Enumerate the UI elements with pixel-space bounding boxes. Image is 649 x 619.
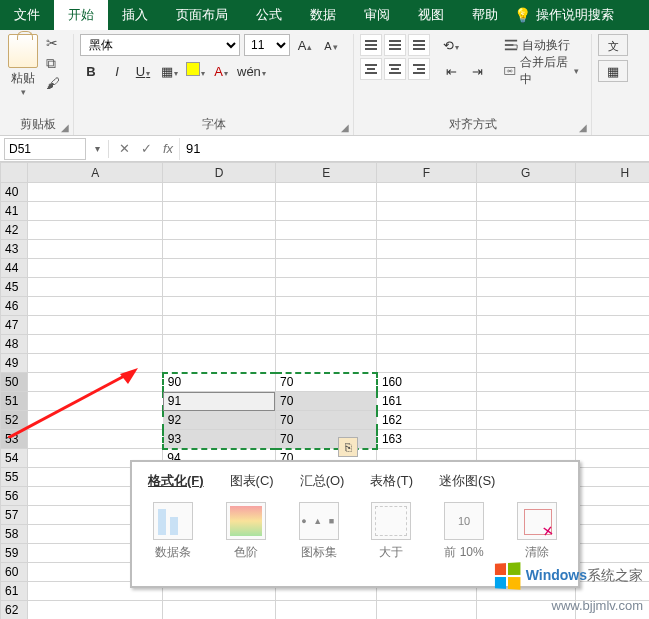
cancel-formula-icon[interactable]: ✕ bbox=[113, 141, 135, 156]
name-box[interactable] bbox=[4, 138, 86, 160]
column-header-A[interactable]: A bbox=[28, 163, 163, 183]
spreadsheet-grid[interactable]: ADEFGHI404142434445464748495090701605191… bbox=[0, 162, 649, 619]
cell-A46[interactable] bbox=[28, 297, 163, 316]
cell-E45[interactable] bbox=[275, 278, 376, 297]
cell-E42[interactable] bbox=[275, 221, 376, 240]
copy-icon[interactable]: ⧉ bbox=[46, 56, 60, 70]
increase-indent-icon[interactable]: ⇥ bbox=[466, 60, 488, 82]
cell-E47[interactable] bbox=[275, 316, 376, 335]
cell-E49[interactable] bbox=[275, 354, 376, 373]
cell-H43[interactable] bbox=[575, 240, 649, 259]
row-header-58[interactable]: 58 bbox=[1, 525, 28, 544]
cell-A52[interactable] bbox=[28, 411, 163, 430]
cell-H60[interactable] bbox=[575, 563, 649, 582]
qa-tab-formatting[interactable]: 格式化(F) bbox=[148, 472, 204, 490]
cell-G50[interactable] bbox=[476, 373, 575, 392]
column-header-D[interactable]: D bbox=[163, 163, 276, 183]
cell-A44[interactable] bbox=[28, 259, 163, 278]
cell-G43[interactable] bbox=[476, 240, 575, 259]
cell-D41[interactable] bbox=[163, 202, 276, 221]
clipboard-launcher-icon[interactable]: ◢ bbox=[61, 122, 69, 133]
qa-tab-charts[interactable]: 图表(C) bbox=[230, 472, 274, 490]
cell-D52[interactable]: 92 bbox=[163, 411, 276, 430]
fx-icon[interactable]: fx bbox=[157, 141, 179, 156]
cell-F44[interactable] bbox=[377, 259, 476, 278]
cell-G48[interactable] bbox=[476, 335, 575, 354]
cell-G41[interactable] bbox=[476, 202, 575, 221]
italic-button[interactable]: I bbox=[106, 60, 128, 82]
cell-A51[interactable] bbox=[28, 392, 163, 411]
cell-H51[interactable] bbox=[575, 392, 649, 411]
align-bottom-icon[interactable] bbox=[408, 34, 430, 56]
cell-H57[interactable] bbox=[575, 506, 649, 525]
cell-F48[interactable] bbox=[377, 335, 476, 354]
cell-G47[interactable] bbox=[476, 316, 575, 335]
cell-G45[interactable] bbox=[476, 278, 575, 297]
cell-H50[interactable] bbox=[575, 373, 649, 392]
phonetic-button[interactable]: wén bbox=[236, 60, 258, 82]
cell-D53[interactable]: 93 bbox=[163, 430, 276, 449]
tab-help[interactable]: 帮助 bbox=[458, 0, 512, 30]
qa-opt-colorscale[interactable]: 色阶 bbox=[221, 502, 272, 561]
quick-analysis-button[interactable]: ⎘ bbox=[338, 437, 358, 457]
row-header-54[interactable]: 54 bbox=[1, 449, 28, 468]
format-painter-icon[interactable]: 🖌 bbox=[46, 76, 60, 90]
cell-H41[interactable] bbox=[575, 202, 649, 221]
cell-E43[interactable] bbox=[275, 240, 376, 259]
row-header-49[interactable]: 49 bbox=[1, 354, 28, 373]
row-header-50[interactable]: 50 bbox=[1, 373, 28, 392]
borders-button[interactable]: ▦ bbox=[158, 60, 180, 82]
column-header-H[interactable]: H bbox=[575, 163, 649, 183]
cell-H44[interactable] bbox=[575, 259, 649, 278]
cell-G46[interactable] bbox=[476, 297, 575, 316]
qa-opt-greater[interactable]: 大于 bbox=[366, 502, 417, 561]
row-header-55[interactable]: 55 bbox=[1, 468, 28, 487]
cell-A41[interactable] bbox=[28, 202, 163, 221]
formula-input[interactable] bbox=[179, 138, 649, 160]
cell-H54[interactable] bbox=[575, 449, 649, 468]
align-left-icon[interactable] bbox=[360, 58, 382, 80]
row-header-45[interactable]: 45 bbox=[1, 278, 28, 297]
font-launcher-icon[interactable]: ◢ bbox=[341, 122, 349, 133]
column-header-G[interactable]: G bbox=[476, 163, 575, 183]
font-name-select[interactable]: 黑体 bbox=[80, 34, 240, 56]
cell-F40[interactable] bbox=[377, 183, 476, 202]
cell-G62[interactable] bbox=[476, 601, 575, 620]
cell-G52[interactable] bbox=[476, 411, 575, 430]
column-header-corner[interactable] bbox=[1, 163, 28, 183]
row-header-52[interactable]: 52 bbox=[1, 411, 28, 430]
cell-H59[interactable] bbox=[575, 544, 649, 563]
cell-H58[interactable] bbox=[575, 525, 649, 544]
row-header-41[interactable]: 41 bbox=[1, 202, 28, 221]
tell-me-search[interactable]: 操作说明搜索 bbox=[532, 0, 628, 30]
cell-D50[interactable]: 90 bbox=[163, 373, 276, 392]
cell-D51[interactable]: 91 bbox=[163, 392, 276, 411]
cell-H40[interactable] bbox=[575, 183, 649, 202]
tab-view[interactable]: 视图 bbox=[404, 0, 458, 30]
cell-F53[interactable]: 163 bbox=[377, 430, 476, 449]
cell-F41[interactable] bbox=[377, 202, 476, 221]
align-middle-icon[interactable] bbox=[384, 34, 406, 56]
cell-G40[interactable] bbox=[476, 183, 575, 202]
tab-review[interactable]: 审阅 bbox=[350, 0, 404, 30]
paste-button[interactable]: 粘贴 ▾ bbox=[8, 34, 38, 97]
cell-D49[interactable] bbox=[163, 354, 276, 373]
alignment-launcher-icon[interactable]: ◢ bbox=[579, 122, 587, 133]
cell-D62[interactable] bbox=[163, 601, 276, 620]
wrap-text-button[interactable]: 自动换行 bbox=[498, 34, 585, 56]
cell-H61[interactable] bbox=[575, 582, 649, 601]
decrease-indent-icon[interactable]: ⇤ bbox=[440, 60, 462, 82]
qa-tab-sparklines[interactable]: 迷你图(S) bbox=[439, 472, 495, 490]
decrease-font-icon[interactable]: A▾ bbox=[320, 34, 342, 56]
tab-page-layout[interactable]: 页面布局 bbox=[162, 0, 242, 30]
increase-font-icon[interactable]: A▴ bbox=[294, 34, 316, 56]
cut-icon[interactable]: ✂ bbox=[46, 36, 60, 50]
cell-A62[interactable] bbox=[28, 601, 163, 620]
cell-D43[interactable] bbox=[163, 240, 276, 259]
cell-F49[interactable] bbox=[377, 354, 476, 373]
row-header-51[interactable]: 51 bbox=[1, 392, 28, 411]
cell-D46[interactable] bbox=[163, 297, 276, 316]
row-header-44[interactable]: 44 bbox=[1, 259, 28, 278]
qa-opt-databar[interactable]: 数据条 bbox=[148, 502, 199, 561]
fill-color-button[interactable] bbox=[184, 60, 206, 82]
